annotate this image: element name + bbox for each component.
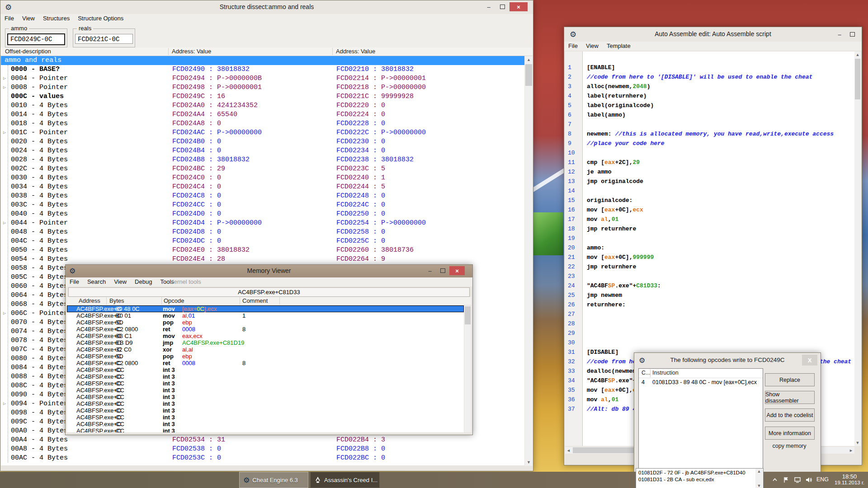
menu-item-structure-options[interactable]: Structure Options <box>74 14 127 24</box>
script-line[interactable]: 13jmp originalcode <box>565 177 854 186</box>
close-icon[interactable]: X <box>802 355 817 366</box>
ammo-address-input[interactable]: FCD0249C-0C <box>7 33 65 45</box>
disassembly-row[interactable]: AC4BFSP.exe+CCCint 3 <box>67 400 464 407</box>
menu-item-debug[interactable]: Debug <box>131 277 156 286</box>
expand-arrow-icon[interactable]: ▷ <box>3 309 6 318</box>
structure-row[interactable]: 0014 - 4 BytesFCD024A4 : 65540FCD02224 :… <box>1 110 524 119</box>
column-header-comment[interactable]: Comment <box>242 297 268 305</box>
structure-row[interactable]: 00A8 - 4 BytesFCD02538 : 0FCD022B8 : 0 <box>1 445 524 454</box>
structure-row[interactable]: 0054 - 4 BytesFCD024E4 : 28FCD02264 : 9 <box>1 255 524 264</box>
disassembly-row[interactable]: AC4BFSP.exe+C8B C1moveax,ecx <box>67 333 464 339</box>
add-to-the-codelist-button[interactable]: Add to the codelist <box>765 408 815 422</box>
script-line[interactable]: 11cmp [eax+2C],29 <box>565 158 854 167</box>
disassembly-row[interactable]: AC4BFSP.exe+CCCint 3 <box>67 394 464 400</box>
script-line[interactable]: 6label(ammo) <box>565 110 854 120</box>
structure-row[interactable]: 0028 - 4 BytesFCD024B8 : 38018832FCD0223… <box>1 155 524 164</box>
script-line[interactable]: 1[ENABLE] <box>565 63 854 72</box>
script-line[interactable]: 19 <box>565 234 854 243</box>
column-header-bytes[interactable]: Bytes <box>109 297 124 305</box>
maximize-button[interactable] <box>846 30 858 39</box>
taskbar-button-cheat-engine[interactable]: ⚙ Cheat Engine 6.3 <box>239 472 308 488</box>
menu-item-view[interactable]: View <box>110 277 131 286</box>
script-line[interactable]: 30 <box>565 338 854 347</box>
script-line[interactable]: 3alloc(newmem,2048) <box>565 82 854 91</box>
language-indicator[interactable]: ENG <box>816 476 829 483</box>
disassembly-row[interactable]: AC4BFSP.exe+CCCint 3 <box>67 380 464 387</box>
disassembly-row[interactable]: AC4BFSP.exe+C89 48 0Cmov[eax+0C],ecx <box>67 305 464 312</box>
structure-row[interactable]: 003C - 4 BytesFCD024CC : 0FCD0224C : 0 <box>1 201 524 210</box>
disassembly-row[interactable]: AC4BFSP.exe+CCCint 3 <box>67 373 464 380</box>
opcode-row[interactable]: 401081D33 - 89 48 0C - mov [eax+0C],ecx <box>639 379 763 386</box>
structure-row[interactable]: ▷001C - PointerFCD024AC : P->00000000FCD… <box>1 128 524 137</box>
disassembly-row[interactable]: AC4BFSP.exe+CCCint 3 <box>67 421 464 427</box>
clock[interactable]: 18:50 19.11.2013 г. <box>833 473 866 485</box>
scroll-down-arrow[interactable]: ▼ <box>755 483 763 488</box>
structure-row[interactable]: 0034 - 4 BytesFCD024C4 : 0FCD02244 : 5 <box>1 183 524 192</box>
script-line[interactable]: 24"AC4BFSP.exe"+C81D33: <box>565 281 854 291</box>
action-center-flag-icon[interactable] <box>783 476 790 483</box>
menu-item-view[interactable]: View <box>18 14 39 24</box>
editor-vertical-scrollbar[interactable]: ▲ ▼ <box>854 52 861 446</box>
column-header-count[interactable]: C... <box>642 370 650 376</box>
disassembly-row[interactable]: AC4BFSP.exe+CCCint 3 <box>67 427 464 432</box>
disassembly-row[interactable]: AC4BFSP.exe+CCCint 3 <box>67 407 464 414</box>
more-information-button[interactable]: More information <box>765 427 815 440</box>
structure-row[interactable]: ▷0044 - PointerFCD024D4 : P->00000000FCD… <box>1 219 524 228</box>
structure-row[interactable]: 0010 - 4 BytesFCD024A0 : 4241234352FCD02… <box>1 101 524 110</box>
structure-row[interactable]: 00A4 - 4 BytesFCD02534 : 31FCD022B4 : 3 <box>1 436 524 445</box>
column-header-opcode[interactable]: Opcode <box>164 297 184 305</box>
script-line[interactable]: 22jmp returnhere <box>565 262 854 272</box>
disassembly-row[interactable]: AC4BFSP.exe+C32 C0xoral,al <box>67 346 464 353</box>
scroll-down-arrow[interactable]: ▼ <box>854 440 861 446</box>
expand-arrow-icon[interactable]: ▷ <box>3 399 6 408</box>
expand-arrow-icon[interactable]: ▷ <box>3 74 6 83</box>
minimize-button[interactable]: – <box>424 266 436 275</box>
script-line[interactable]: 12je ammo <box>565 167 854 177</box>
tray-chevron-up-icon[interactable] <box>771 476 778 483</box>
taskbar-button-assassins-creed[interactable]: Assassin's Creed I... <box>310 472 380 488</box>
column-header-address-value-2[interactable]: Address: Value <box>336 47 375 56</box>
script-line[interactable]: 16mov [eax+0C],ecx <box>565 205 854 215</box>
show-disassembler-button[interactable]: Show disassembler <box>765 391 815 404</box>
scroll-up-arrow[interactable]: ▲ <box>854 52 861 58</box>
structure-row[interactable]: 0018 - 4 BytesFCD024A8 : 0FCD02228 : 0 <box>1 119 524 128</box>
menu-item-structures[interactable]: Structures <box>39 14 74 24</box>
script-line[interactable]: 29 <box>565 328 854 338</box>
column-header-address[interactable]: Address <box>79 297 100 305</box>
copy-memory-button[interactable]: copy memory <box>765 443 814 449</box>
replace-button[interactable]: Replace <box>765 373 815 386</box>
script-line[interactable]: 18jmp returnhere <box>565 224 854 234</box>
script-line[interactable]: 28 <box>565 319 854 328</box>
script-line[interactable]: 9//place your code here <box>565 139 854 148</box>
menu-item-file[interactable]: File <box>66 277 83 286</box>
script-line[interactable]: 23 <box>565 272 854 281</box>
disasm-scrollbar[interactable] <box>464 305 471 432</box>
script-line[interactable]: 25jmp newmem <box>565 291 854 300</box>
script-line[interactable]: 15originalcode: <box>565 196 854 205</box>
disassembly-row[interactable]: AC4BFSP.exe+CB0 01moval,011 <box>67 312 464 319</box>
structure-row[interactable]: ▷0008 - PointerFCD02498 : P->00000001FCD… <box>1 83 524 92</box>
script-line[interactable]: 5label(originalcode) <box>565 101 854 110</box>
disassembly-row[interactable]: AC4BFSP.exe+CC2 0800ret00088 <box>67 326 464 333</box>
scroll-up-arrow[interactable]: ▲ <box>525 56 533 63</box>
scroll-up-arrow[interactable]: ▲ <box>755 469 763 474</box>
script-line[interactable]: 20ammo: <box>565 243 854 253</box>
script-line[interactable]: 21mov [eax+0C],999999 <box>565 253 854 262</box>
structure-row[interactable]: 0030 - 4 BytesFCD024C0 : 0FCD02240 : 1 <box>1 174 524 183</box>
scroll-right-arrow[interactable]: ► <box>848 447 854 454</box>
disassembly-row[interactable]: AC4BFSP.exe+C5Dpopebp <box>67 353 464 360</box>
close-button[interactable]: × <box>509 2 528 11</box>
disassembly-row[interactable]: AC4BFSP.exe+CCCint 3 <box>67 414 464 421</box>
minimize-button[interactable]: – <box>834 30 845 39</box>
scroll-left-arrow[interactable]: ◄ <box>565 447 572 454</box>
structure-row[interactable]: 000C - valuesFCD0249C : 16FCD0221C : 999… <box>1 92 524 101</box>
column-header-address-value-1[interactable]: Address: Value <box>172 47 211 56</box>
scroll-down-arrow[interactable]: ▼ <box>525 459 533 466</box>
expand-arrow-icon[interactable]: ▷ <box>3 83 6 92</box>
script-line[interactable]: 7 <box>565 120 854 129</box>
structure-row[interactable]: ▷0004 - PointerFCD02494 : P->0000000BFCD… <box>1 74 524 83</box>
close-button[interactable]: × <box>449 266 465 275</box>
structure-row[interactable]: 0040 - 4 BytesFCD024D0 : 0FCD02250 : 0 <box>1 210 524 219</box>
menu-item-file[interactable]: File <box>0 14 18 24</box>
expand-arrow-icon[interactable]: ▷ <box>3 219 6 228</box>
